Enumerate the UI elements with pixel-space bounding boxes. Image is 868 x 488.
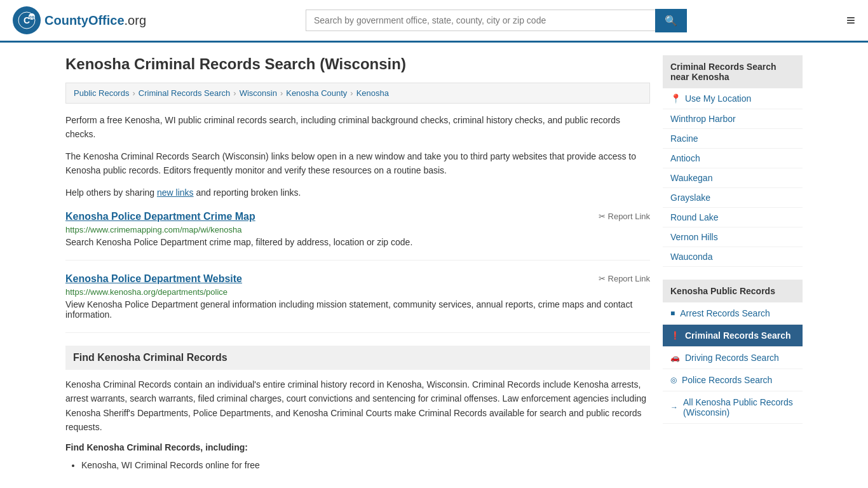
public-records-links: ■Arrest Records Search❗Criminal Records … <box>663 302 803 424</box>
intro-text-3: Help others by sharing new links and rep… <box>65 186 650 200</box>
section-heading: Find Kenosha Criminal Records <box>65 346 650 370</box>
breadcrumb-item[interactable]: Public Records <box>74 88 129 98</box>
breadcrumb-separator: › <box>280 88 283 98</box>
public-records-section: Kenosha Public Records ■Arrest Records S… <box>663 280 803 424</box>
bullet-item: Kenosha, WI Criminal Records online for … <box>81 458 650 473</box>
report-link[interactable]: ✂ Report Link <box>599 274 650 283</box>
nearby-place-link[interactable]: Grayslake <box>663 188 803 208</box>
breadcrumb: Public Records›Criminal Records Search›W… <box>65 83 650 104</box>
nearby-place-link[interactable]: Racine <box>663 129 803 149</box>
breadcrumb-separator: › <box>132 88 135 98</box>
intro-text-1: Perform a free Kenosha, WI public crimin… <box>65 113 650 142</box>
nearby-section: Criminal Records Search near Kenosha 📍 U… <box>663 55 803 267</box>
search-input[interactable] <box>306 10 655 31</box>
breadcrumb-separator: › <box>233 88 236 98</box>
nearby-place-link[interactable]: Round Lake <box>663 208 803 227</box>
nearby-place-link[interactable]: Winthrop Harbor <box>663 109 803 129</box>
car-icon: 🚗 <box>670 353 680 362</box>
public-records-title: Kenosha Public Records <box>663 280 803 302</box>
logo-text: CountyOffice.org <box>44 13 146 28</box>
link-entry: Kenosha Police Department Website✂ Repor… <box>65 273 650 333</box>
links-container: Kenosha Police Department Crime Map✂ Rep… <box>65 211 650 333</box>
hamburger-menu-icon[interactable]: ≡ <box>846 11 855 29</box>
arrow-icon: → <box>670 403 678 412</box>
intro-text-2: The Kenosha Criminal Records Search (Wis… <box>65 149 650 178</box>
report-link[interactable]: ✂ Report Link <box>599 212 650 221</box>
public-records-link[interactable]: 🚗Driving Records Search <box>663 347 803 369</box>
svg-text:co: co <box>29 15 34 19</box>
link-url: https://www.crimemapping.com/map/wi/keno… <box>65 225 650 234</box>
link-description: View Kenosha Police Department general i… <box>65 299 650 320</box>
use-my-location[interactable]: 📍 Use My Location <box>663 88 803 109</box>
square-icon: ■ <box>670 309 675 318</box>
use-my-location-link[interactable]: Use My Location <box>685 93 751 104</box>
nearby-place-link[interactable]: Vernon Hills <box>663 227 803 247</box>
section-body: Kenosha Criminal Records contain an indi… <box>65 377 650 435</box>
nearby-places-list: Winthrop HarborRacineAntiochWaukeganGray… <box>663 109 803 267</box>
nearby-title: Criminal Records Search near Kenosha <box>663 55 803 88</box>
link-description: Search Kenosha Police Department crime m… <box>65 237 650 247</box>
breadcrumb-item[interactable]: Criminal Records Search <box>139 88 231 98</box>
content-area: Kenosha Criminal Records Search (Wiscons… <box>65 55 650 473</box>
sidebar-link-label: Driving Records Search <box>685 353 779 363</box>
main-layout: Kenosha Criminal Records Search (Wiscons… <box>53 43 815 486</box>
link-title[interactable]: Kenosha Police Department Website <box>65 273 242 285</box>
public-records-link[interactable]: ■Arrest Records Search <box>663 302 803 325</box>
page-title: Kenosha Criminal Records Search (Wiscons… <box>65 55 650 73</box>
breadcrumb-separator: › <box>350 88 353 98</box>
header: C co CountyOffice.org 🔍 ≡ <box>0 0 868 43</box>
sidebar-link-label: All Kenosha Public Records (Wisconsin) <box>683 397 795 417</box>
search-button[interactable]: 🔍 <box>655 9 687 32</box>
exclamation-icon: ❗ <box>670 331 680 340</box>
sidebar: Criminal Records Search near Kenosha 📍 U… <box>663 55 803 473</box>
search-area: 🔍 <box>306 9 687 32</box>
public-records-link[interactable]: ❗Criminal Records Search <box>663 325 803 347</box>
breadcrumb-item[interactable]: Kenosha <box>356 88 389 98</box>
nearby-place-link[interactable]: Antioch <box>663 149 803 168</box>
public-records-link[interactable]: →All Kenosha Public Records (Wisconsin) <box>663 391 803 424</box>
find-heading: Find Kenosha Criminal Records, including… <box>65 442 650 452</box>
nearby-place-link[interactable]: Waukegan <box>663 168 803 188</box>
link-title[interactable]: Kenosha Police Department Crime Map <box>65 211 255 222</box>
logo-icon: C co <box>13 6 41 34</box>
breadcrumb-item[interactable]: Kenosha County <box>286 88 347 98</box>
new-links-link[interactable]: new links <box>157 187 194 198</box>
circle-dot-icon: ◎ <box>670 376 677 384</box>
link-url: https://www.kenosha.org/departments/poli… <box>65 287 650 297</box>
logo-area: C co CountyOffice.org <box>13 6 146 34</box>
sidebar-link-label: Police Records Search <box>682 375 772 385</box>
public-records-link[interactable]: ◎Police Records Search <box>663 369 803 391</box>
link-entry: Kenosha Police Department Crime Map✂ Rep… <box>65 211 650 261</box>
sidebar-link-label: Criminal Records Search <box>685 330 791 341</box>
sidebar-link-label: Arrest Records Search <box>680 308 770 318</box>
nearby-place-link[interactable]: Wauconda <box>663 247 803 267</box>
breadcrumb-item[interactable]: Wisconsin <box>240 88 277 98</box>
bullets-list: Kenosha, WI Criminal Records online for … <box>65 458 650 473</box>
location-pin-icon: 📍 <box>670 93 681 104</box>
